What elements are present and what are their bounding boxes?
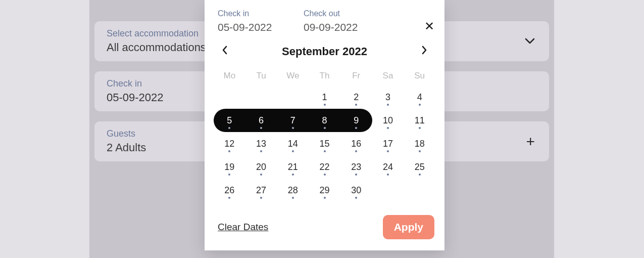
calendar-day[interactable]: 21 <box>277 155 309 179</box>
calendar-day[interactable]: 15 <box>309 132 340 155</box>
calendar-day[interactable]: 1 <box>309 85 340 109</box>
dp-checkin-value: 05-09-2022 <box>218 21 304 33</box>
datepicker-modal: Check in 05-09-2022 Check out 09-09-2022… <box>205 0 444 250</box>
calendar-row: 2627282930 <box>214 179 435 202</box>
datepicker-footer: Clear Dates Apply <box>205 202 444 239</box>
calendar-day[interactable]: 16 <box>340 132 372 155</box>
apply-button[interactable]: Apply <box>383 215 434 239</box>
calendar-day[interactable]: 23 <box>340 155 372 179</box>
calendar-day[interactable]: 4 <box>404 85 435 109</box>
calendar-row: 567891011 <box>214 109 435 132</box>
dp-checkout-label: Check out <box>304 9 389 18</box>
calendar-grid: MoTuWeThFrSaSu 1234567891011121314151617… <box>205 66 444 202</box>
weekday-cell: Fr <box>340 66 372 85</box>
dp-checkout-value: 09-09-2022 <box>304 21 389 33</box>
weekday-cell: Sa <box>372 66 404 85</box>
calendar-day[interactable]: 2 <box>340 85 372 109</box>
calendar-day[interactable]: 20 <box>245 155 277 179</box>
weekday-cell: Tu <box>245 66 277 85</box>
calendar-day[interactable]: 18 <box>404 132 435 155</box>
calendar-day[interactable]: 8 <box>309 109 340 132</box>
calendar-day <box>372 179 404 202</box>
calendar-day <box>277 85 309 109</box>
calendar-day[interactable]: 25 <box>404 155 435 179</box>
close-icon[interactable]: ✕ <box>424 20 434 32</box>
calendar-day[interactable]: 26 <box>214 179 245 202</box>
calendar-day <box>245 85 277 109</box>
chevron-down-icon <box>525 37 535 46</box>
plus-icon[interactable]: + <box>526 133 535 150</box>
calendar-day[interactable]: 30 <box>340 179 372 202</box>
checkin-col: Check in 05-09-2022 <box>218 9 304 33</box>
calendar-day[interactable]: 12 <box>214 132 245 155</box>
datepicker-header: Check in 05-09-2022 Check out 09-09-2022… <box>205 9 444 33</box>
calendar-day <box>404 179 435 202</box>
weekday-row: MoTuWeThFrSaSu <box>214 66 435 85</box>
calendar-day[interactable]: 10 <box>372 109 404 132</box>
weekday-cell: Su <box>404 66 435 85</box>
calendar-day[interactable]: 24 <box>372 155 404 179</box>
weekday-cell: Th <box>309 66 340 85</box>
calendar-row: 1234 <box>214 85 435 109</box>
next-month-button[interactable] <box>418 44 430 59</box>
calendar-row: 12131415161718 <box>214 132 435 155</box>
calendar-day[interactable]: 28 <box>277 179 309 202</box>
calendar-day[interactable]: 3 <box>372 85 404 109</box>
weekday-cell: We <box>277 66 309 85</box>
calendar-row: 19202122232425 <box>214 155 435 179</box>
calendar-day[interactable]: 9 <box>340 109 372 132</box>
calendar-day <box>214 85 245 109</box>
calendar-day[interactable]: 5 <box>214 109 245 132</box>
calendar-day[interactable]: 17 <box>372 132 404 155</box>
weekday-cell: Mo <box>214 66 245 85</box>
prev-month-button[interactable] <box>219 44 231 59</box>
checkout-col: Check out 09-09-2022 <box>304 9 389 33</box>
dp-checkin-label: Check in <box>218 9 304 18</box>
month-title: September 2022 <box>282 45 367 58</box>
month-nav: September 2022 <box>205 44 444 66</box>
calendar-day[interactable]: 11 <box>404 109 435 132</box>
calendar-day[interactable]: 6 <box>245 109 277 132</box>
calendar-day[interactable]: 19 <box>214 155 245 179</box>
calendar-day[interactable]: 22 <box>309 155 340 179</box>
calendar-day[interactable]: 7 <box>277 109 309 132</box>
calendar-day[interactable]: 13 <box>245 132 277 155</box>
calendar-day[interactable]: 14 <box>277 132 309 155</box>
clear-dates-link[interactable]: Clear Dates <box>218 222 268 233</box>
calendar-day[interactable]: 29 <box>309 179 340 202</box>
calendar-day[interactable]: 27 <box>245 179 277 202</box>
